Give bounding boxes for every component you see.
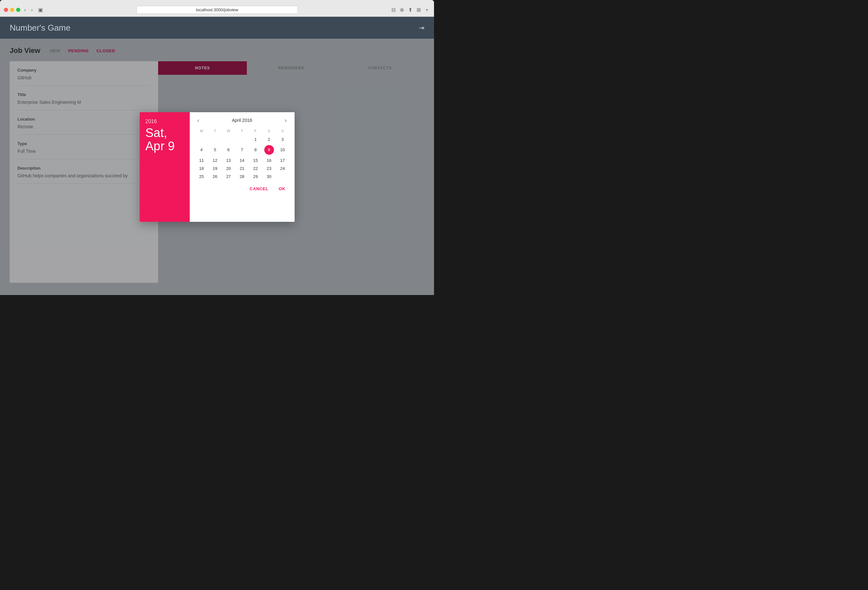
calendar-day-empty — [235, 135, 249, 143]
calendar-day-7[interactable]: 7 — [235, 143, 249, 156]
ok-button[interactable]: OK — [276, 184, 288, 193]
app-title: Number's Game — [10, 23, 70, 33]
calendar-panel: ‹ April 2016 › M T W T F S — [190, 112, 295, 222]
calendar-day-30[interactable]: 30 — [262, 172, 276, 181]
new-tab-icon[interactable]: + — [424, 7, 430, 13]
day-header-m: M — [195, 128, 208, 135]
date-display: Sat, Apr 9 — [146, 127, 184, 153]
calendar-day-10[interactable]: 10 — [276, 143, 289, 156]
calendar-week-2: 11121314151617 — [195, 156, 289, 165]
calendar-day-14[interactable]: 14 — [235, 156, 249, 165]
calendar-day-24[interactable]: 24 — [276, 165, 289, 172]
date-year: 2016 — [146, 119, 184, 124]
browser-chrome: ‹ › ▣ localhost:3000/jobview ⊟ ⊕ ⬆ ⊞ + — [0, 0, 434, 17]
date-left-panel: 2016 Sat, Apr 9 — [140, 112, 190, 222]
calendar-day-1[interactable]: 1 — [249, 135, 262, 143]
day-header-t1: T — [208, 128, 222, 135]
calendar-header: ‹ April 2016 › — [195, 117, 289, 124]
calendar-week-4: 252627282930 — [195, 172, 289, 181]
calendar-day-empty — [208, 135, 222, 143]
share-icon[interactable]: ⬆ — [407, 7, 413, 13]
modal-overlay[interactable]: 2016 Sat, Apr 9 ‹ April 2016 › — [0, 39, 434, 295]
calendar-day-18[interactable]: 18 — [195, 165, 208, 172]
browser-actions: ⊟ ⊕ ⬆ ⊞ + — [390, 7, 430, 13]
calendar-week-3: 18192021222324 — [195, 165, 289, 172]
logout-icon[interactable]: ⇥ — [419, 24, 424, 32]
traffic-lights — [4, 8, 20, 12]
calendar-day-12[interactable]: 12 — [208, 156, 222, 165]
day-header-s1: S — [262, 128, 276, 135]
calendar-day-23[interactable]: 23 — [262, 165, 276, 172]
app-header: Number's Game ⇥ — [0, 17, 434, 39]
back-button[interactable]: ‹ — [23, 6, 27, 13]
calendar-day-8[interactable]: 8 — [249, 143, 262, 156]
main-content: Job View NEW PENDING CLOSED Company GitH… — [0, 39, 434, 295]
calendar-day-empty — [195, 135, 208, 143]
calendar-day-6[interactable]: 6 — [222, 143, 235, 156]
tab-icon[interactable]: ⊞ — [415, 7, 422, 13]
extensions-icon[interactable]: ⊕ — [399, 7, 405, 13]
calendar-day-3[interactable]: 3 — [276, 135, 289, 143]
calendar-day-19[interactable]: 19 — [208, 165, 222, 172]
day-headers-row: M T W T F S S — [195, 128, 289, 135]
calendar-day-13[interactable]: 13 — [222, 156, 235, 165]
calendar-day-11[interactable]: 11 — [195, 156, 208, 165]
maximize-button[interactable] — [16, 8, 20, 12]
calendar-grid: M T W T F S S 12345678910111213141516171… — [195, 128, 289, 181]
date-date: Apr 9 — [146, 139, 175, 153]
month-label: April 2016 — [232, 118, 252, 123]
calendar-day-2[interactable]: 2 — [262, 135, 276, 143]
calendar-day-empty — [276, 172, 289, 181]
calendar-day-25[interactable]: 25 — [195, 172, 208, 181]
calendar-day-29[interactable]: 29 — [249, 172, 262, 181]
calendar-day-17[interactable]: 17 — [276, 156, 289, 165]
url-bar[interactable]: localhost:3000/jobview — [136, 6, 298, 14]
calendar-day-22[interactable]: 22 — [249, 165, 262, 172]
calendar-day-20[interactable]: 20 — [222, 165, 235, 172]
next-month-button[interactable]: › — [282, 117, 289, 124]
calendar-actions: CANCEL OK — [195, 181, 289, 194]
datepicker-dialog: 2016 Sat, Apr 9 ‹ April 2016 › — [140, 112, 295, 222]
prev-month-button[interactable]: ‹ — [195, 117, 202, 124]
calendar-day-9[interactable]: 9 — [262, 143, 276, 156]
cancel-button[interactable]: CANCEL — [247, 184, 271, 193]
calendar-day-26[interactable]: 26 — [208, 172, 222, 181]
calendar-day-21[interactable]: 21 — [235, 165, 249, 172]
day-header-s2: S — [276, 128, 289, 135]
calendar-day-empty — [222, 135, 235, 143]
calendar-day-4[interactable]: 4 — [195, 143, 208, 156]
forward-button[interactable]: › — [30, 6, 34, 13]
sidebar-toggle-button[interactable]: ▣ — [37, 6, 44, 13]
calendar-day-15[interactable]: 15 — [249, 156, 262, 165]
day-header-f: F — [249, 128, 262, 135]
calendar-day-16[interactable]: 16 — [262, 156, 276, 165]
date-day-of-week: Sat, — [146, 126, 167, 140]
minimize-button[interactable] — [10, 8, 14, 12]
day-header-t2: T — [235, 128, 249, 135]
close-button[interactable] — [4, 8, 8, 12]
calendar-day-5[interactable]: 5 — [208, 143, 222, 156]
calendar-week-1: 45678910 — [195, 143, 289, 156]
calendar-day-27[interactable]: 27 — [222, 172, 235, 181]
calendar-week-0: 123 — [195, 135, 289, 143]
calendar-day-28[interactable]: 28 — [235, 172, 249, 181]
app-window: Number's Game ⇥ Job View NEW PENDING CLO… — [0, 17, 434, 295]
print-icon[interactable]: ⊟ — [390, 7, 397, 13]
day-header-w: W — [222, 128, 235, 135]
